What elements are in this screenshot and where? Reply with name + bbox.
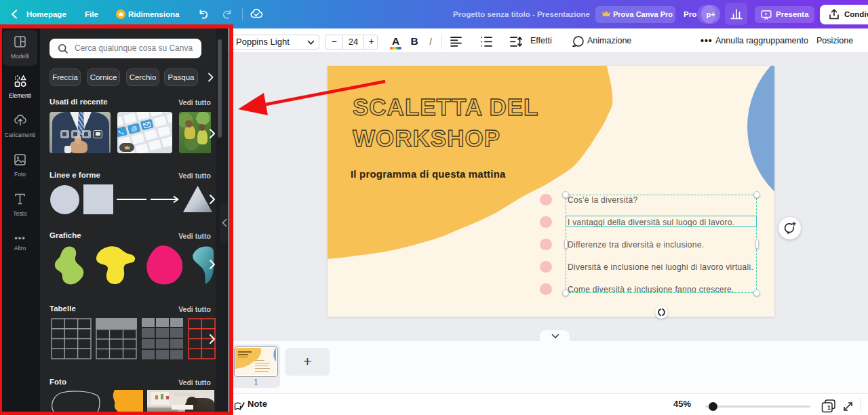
- svg-text:1: 1: [827, 403, 831, 411]
